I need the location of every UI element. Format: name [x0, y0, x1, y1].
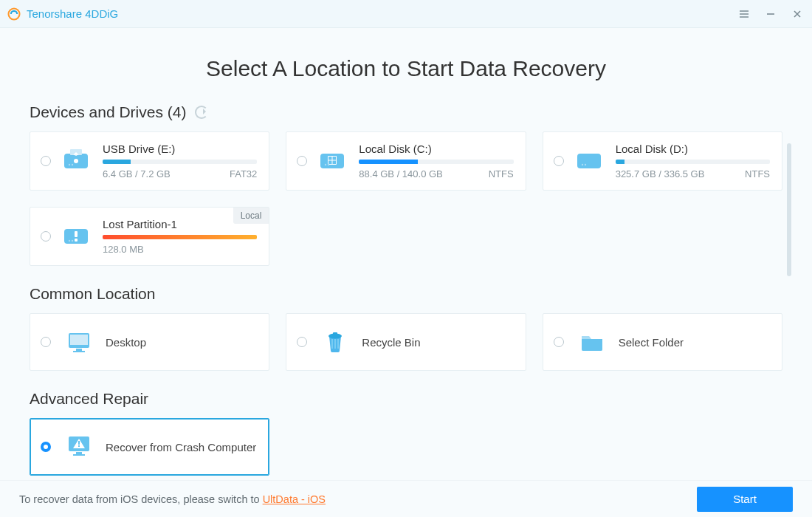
- location-name: Select Folder: [619, 336, 684, 349]
- drive-card[interactable]: LocalLost Partition-1128.0 MB: [30, 207, 269, 266]
- menu-icon[interactable]: [737, 7, 751, 21]
- svg-point-15: [581, 164, 582, 165]
- drive-used: 6.4 GB / 7.2 GB: [103, 168, 171, 179]
- drive-icon: [60, 220, 92, 253]
- drive-used: 88.4 GB / 140.0 GB: [359, 168, 442, 179]
- drive-card[interactable]: Local Disk (C:)88.4 GB / 140.0 GBNTFS: [286, 131, 526, 191]
- advanced-card[interactable]: Recover from Crash Computer: [30, 418, 269, 476]
- drive-icon: [316, 145, 348, 177]
- start-button[interactable]: Start: [697, 487, 793, 512]
- location-icon: [576, 326, 608, 358]
- drive-badge: Local: [233, 208, 269, 224]
- titlebar: Tenorshare 4DDiG: [0, 0, 812, 28]
- svg-rect-19: [75, 239, 78, 242]
- drive-meta: 325.7 GB / 336.5 GBNTFS: [616, 168, 770, 179]
- svg-point-5: [72, 164, 73, 165]
- footer-note: To recover data from iOS devices, please…: [19, 493, 326, 505]
- svg-point-16: [584, 164, 585, 165]
- drive-fs: NTFS: [489, 168, 514, 179]
- location-name: Recycle Bin: [362, 336, 420, 349]
- advanced-grid: Recover from Crash Computer: [30, 418, 782, 476]
- location-radio[interactable]: [297, 337, 307, 347]
- scrollbar[interactable]: [787, 143, 791, 276]
- app-logo-icon: [6, 6, 22, 22]
- drive-body: USB Drive (E:)6.4 GB / 7.2 GBFAT32: [103, 143, 257, 179]
- drive-usage-bar: [103, 160, 257, 164]
- section-advanced-label: Advanced Repair: [30, 390, 148, 408]
- svg-rect-25: [73, 351, 85, 352]
- drive-usage-bar: [103, 235, 257, 239]
- svg-point-13: [328, 164, 329, 165]
- footer: To recover data from iOS devices, please…: [0, 480, 812, 517]
- drive-name: USB Drive (E:): [103, 143, 257, 155]
- advanced-icon: [63, 431, 95, 463]
- svg-rect-18: [75, 231, 78, 237]
- section-devices-label: Devices and Drives (4): [30, 103, 186, 121]
- page-title: Select A Location to Start Data Recovery: [30, 56, 782, 81]
- location-card[interactable]: Recycle Bin: [286, 313, 526, 371]
- drive-radio[interactable]: [41, 231, 51, 242]
- drive-body: Local Disk (D:)325.7 GB / 336.5 GBNTFS: [616, 143, 770, 179]
- section-advanced-header: Advanced Repair: [30, 390, 782, 408]
- app-title: Tenorshare 4DDiG: [27, 7, 118, 20]
- svg-point-20: [69, 240, 70, 242]
- svg-rect-8: [328, 157, 332, 160]
- svg-point-21: [72, 240, 73, 242]
- footer-link-ultdata[interactable]: UltData - iOS: [263, 493, 326, 505]
- drive-meta: 88.4 GB / 140.0 GBNTFS: [359, 168, 513, 179]
- footer-note-text: To recover data from iOS devices, please…: [19, 493, 263, 505]
- main-content: Select A Location to Start Data Recovery…: [0, 28, 812, 480]
- svg-point-4: [69, 164, 70, 165]
- drive-fs: FAT32: [230, 168, 257, 179]
- location-radio[interactable]: [554, 337, 564, 347]
- location-icon: [63, 326, 95, 358]
- drive-meta: 128.0 MB: [103, 244, 257, 255]
- svg-rect-9: [333, 157, 337, 160]
- location-name: Desktop: [106, 336, 146, 349]
- drives-grid: USB Drive (E:)6.4 GB / 7.2 GBFAT32Local …: [30, 131, 782, 266]
- drive-usage-bar: [616, 160, 770, 164]
- section-common-header: Common Location: [30, 285, 782, 303]
- drive-body: Local Disk (C:)88.4 GB / 140.0 GBNTFS: [359, 143, 513, 179]
- location-card[interactable]: Desktop: [30, 313, 269, 371]
- svg-rect-29: [76, 452, 82, 454]
- svg-point-3: [74, 159, 78, 163]
- drive-radio[interactable]: [41, 156, 51, 166]
- svg-rect-27: [333, 332, 337, 335]
- drive-meta: 6.4 GB / 7.2 GBFAT32: [103, 168, 257, 179]
- svg-rect-30: [73, 454, 85, 456]
- svg-rect-14: [577, 154, 601, 168]
- location-radio[interactable]: [41, 337, 51, 347]
- drive-radio[interactable]: [297, 156, 307, 166]
- svg-rect-32: [78, 445, 80, 447]
- drive-usage-bar: [359, 160, 513, 164]
- section-devices-header: Devices and Drives (4): [30, 103, 782, 121]
- drive-fs: NTFS: [745, 168, 770, 179]
- svg-rect-24: [76, 349, 82, 351]
- refresh-icon[interactable]: [195, 106, 208, 119]
- svg-rect-23: [70, 335, 88, 345]
- minimize-icon[interactable]: [763, 7, 778, 21]
- drive-name: Local Disk (C:): [359, 143, 513, 155]
- location-card[interactable]: Select Folder: [543, 313, 782, 371]
- svg-rect-31: [78, 441, 80, 445]
- drive-radio[interactable]: [554, 156, 564, 166]
- drive-used: 325.7 GB / 336.5 GB: [616, 168, 705, 179]
- drive-name: Local Disk (D:): [616, 143, 770, 155]
- svg-rect-10: [328, 161, 332, 165]
- drive-used: 128.0 MB: [103, 244, 144, 255]
- locations-grid: DesktopRecycle BinSelect Folder: [30, 313, 782, 371]
- drive-icon: [60, 145, 92, 177]
- close-icon[interactable]: [790, 7, 805, 21]
- window-controls: [737, 7, 805, 21]
- advanced-name: Recover from Crash Computer: [106, 441, 256, 453]
- drive-card[interactable]: USB Drive (E:)6.4 GB / 7.2 GBFAT32: [30, 131, 269, 191]
- svg-point-12: [325, 164, 326, 165]
- section-common-label: Common Location: [30, 285, 155, 303]
- svg-point-0: [9, 8, 20, 19]
- svg-rect-11: [333, 161, 337, 165]
- drive-card[interactable]: Local Disk (D:)325.7 GB / 336.5 GBNTFS: [543, 131, 782, 191]
- location-icon: [319, 326, 351, 358]
- advanced-radio[interactable]: [41, 442, 51, 452]
- drive-icon: [573, 145, 605, 177]
